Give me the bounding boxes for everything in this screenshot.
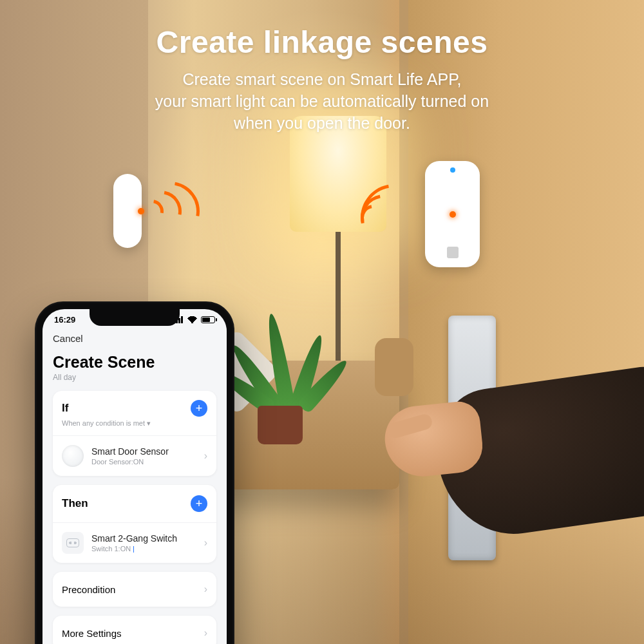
schedule-label[interactable]: All day bbox=[53, 373, 216, 382]
text-cursor-icon bbox=[133, 546, 134, 553]
phone-notch bbox=[90, 309, 180, 326]
action-name: Smart 2-Gang Switch bbox=[91, 533, 196, 544]
phone-frame: 16:29 Cancel Create Scene All day If + bbox=[35, 301, 234, 644]
action-state: Switch 1:ON bbox=[91, 545, 131, 553]
add-condition-button[interactable]: + bbox=[191, 400, 207, 417]
page-title: Create Scene bbox=[53, 353, 216, 372]
precondition-row[interactable]: Precondition › bbox=[53, 572, 216, 607]
if-hint[interactable]: When any condition is met ▾ bbox=[53, 419, 216, 435]
hero-subtitle: Create smart scene on Smart Life APP, yo… bbox=[0, 69, 644, 134]
action-row[interactable]: Smart 2-Gang Switch Switch 1:ON › bbox=[53, 522, 216, 563]
add-action-button[interactable]: + bbox=[191, 495, 207, 512]
cancel-button[interactable]: Cancel bbox=[53, 333, 83, 344]
more-settings-row[interactable]: More Settings › bbox=[53, 616, 216, 644]
status-time: 16:29 bbox=[54, 315, 75, 325]
condition-row[interactable]: Smart Door Sensor Door Sensor:ON › bbox=[53, 435, 216, 476]
door-sensor-main bbox=[425, 161, 480, 267]
condition-state: Door Sensor:ON bbox=[91, 458, 196, 466]
chevron-right-icon: › bbox=[204, 450, 207, 462]
door-sensor-magnet bbox=[113, 174, 142, 248]
then-card: Then + Smart 2-Gang Switch Switch 1:ON › bbox=[53, 485, 216, 563]
more-settings-label: More Settings bbox=[62, 628, 122, 639]
if-title: If bbox=[62, 402, 68, 415]
switch-icon bbox=[62, 532, 84, 554]
sensor-led-icon bbox=[450, 211, 456, 218]
battery-icon bbox=[201, 316, 215, 323]
chevron-right-icon: › bbox=[204, 627, 207, 639]
phone-screen: 16:29 Cancel Create Scene All day If + bbox=[43, 309, 227, 644]
wifi-icon bbox=[187, 316, 197, 323]
hero-title: Create linkage scenes bbox=[0, 24, 644, 60]
if-card: If + When any condition is met ▾ Smart D… bbox=[53, 391, 216, 476]
door-sensor-icon bbox=[62, 445, 84, 467]
condition-name: Smart Door Sensor bbox=[91, 446, 196, 457]
chevron-right-icon: › bbox=[204, 583, 207, 595]
then-title: Then bbox=[62, 497, 88, 510]
chevron-right-icon: › bbox=[204, 537, 207, 549]
sensor-brand-icon bbox=[447, 247, 459, 258]
plant bbox=[219, 303, 335, 444]
precondition-label: Precondition bbox=[62, 584, 115, 595]
